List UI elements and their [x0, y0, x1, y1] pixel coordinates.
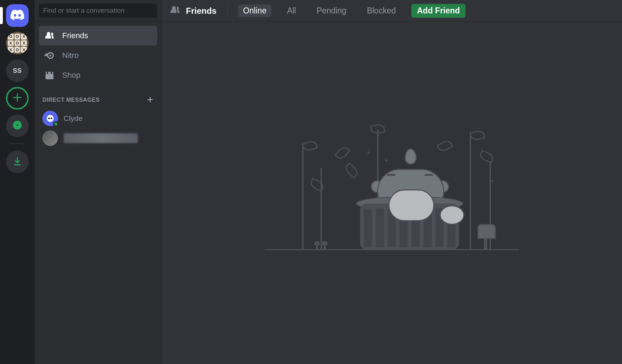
- dm-item-clyde[interactable]: Clyde: [39, 108, 157, 128]
- quick-switcher-input[interactable]: [39, 4, 157, 18]
- friends-icon: [169, 4, 181, 18]
- topbar: Friends Online All Pending Blocked Add F…: [162, 0, 622, 22]
- sidebar-item-label: Shop: [62, 71, 80, 80]
- sidebar-item-nitro[interactable]: Nitro: [39, 46, 157, 65]
- svg-rect-5: [47, 72, 48, 74]
- dm-section-header: DIRECT MESSAGES: [42, 97, 100, 103]
- create-dm-button[interactable]: [147, 95, 154, 105]
- dm-item-redacted[interactable]: [39, 128, 157, 148]
- svg-point-9: [47, 115, 54, 122]
- topbar-title: Friends: [169, 4, 217, 18]
- nitro-icon: [44, 50, 55, 61]
- sidebar-item-shop[interactable]: Shop: [39, 65, 157, 85]
- dm-name-redacted: [64, 133, 138, 143]
- main-panel: Friends Online All Pending Blocked Add F…: [162, 0, 622, 364]
- search-wrapper: [35, 0, 162, 22]
- compass-icon: [12, 120, 23, 132]
- tab-all[interactable]: All: [282, 5, 301, 17]
- sidebar-item-label: Friends: [62, 31, 88, 40]
- download-apps-button[interactable]: [6, 151, 29, 173]
- add-server-button[interactable]: [6, 87, 29, 110]
- explore-servers-button[interactable]: [6, 115, 29, 137]
- rail-active-pill: [0, 7, 3, 24]
- page-title: Friends: [186, 6, 217, 16]
- friends-icon: [44, 30, 55, 41]
- svg-point-10: [48, 118, 50, 119]
- download-icon: [12, 156, 22, 168]
- svg-rect-6: [51, 72, 52, 74]
- server-item-ttt[interactable]: OOX XOX XOX: [6, 32, 29, 54]
- plus-icon: [12, 92, 22, 105]
- server-ttt-icon: OOX XOX XOX: [8, 34, 27, 53]
- svg-point-4: [49, 54, 51, 56]
- svg-point-11: [51, 118, 52, 119]
- tab-online[interactable]: Online: [238, 5, 271, 17]
- server-rail: OOX XOX XOX SS: [0, 0, 35, 364]
- shop-icon: [44, 70, 55, 81]
- online-status-icon: [53, 121, 59, 127]
- avatar-redacted: [42, 130, 58, 146]
- server-ss-label: SS: [13, 67, 22, 75]
- add-friend-button[interactable]: Add Friend: [411, 4, 465, 18]
- topbar-divider: [227, 5, 228, 17]
- wumpus-illustration: [265, 119, 519, 267]
- sidebar-item-friends[interactable]: Friends: [39, 26, 157, 46]
- avatar-clyde: [42, 111, 58, 126]
- home-button[interactable]: [6, 4, 29, 27]
- tab-blocked[interactable]: Blocked: [362, 5, 401, 17]
- server-item-ss[interactable]: SS: [6, 59, 29, 82]
- sidebar-item-label: Nitro: [62, 51, 78, 60]
- friends-empty-state: [162, 22, 622, 364]
- dm-sidebar: Friends Nitro Shop DIRECT MESSAGES: [35, 0, 162, 364]
- rail-divider: [10, 143, 25, 144]
- tab-pending[interactable]: Pending: [312, 5, 351, 17]
- dm-name: Clyde: [64, 114, 83, 123]
- discord-logo-icon: [10, 10, 24, 22]
